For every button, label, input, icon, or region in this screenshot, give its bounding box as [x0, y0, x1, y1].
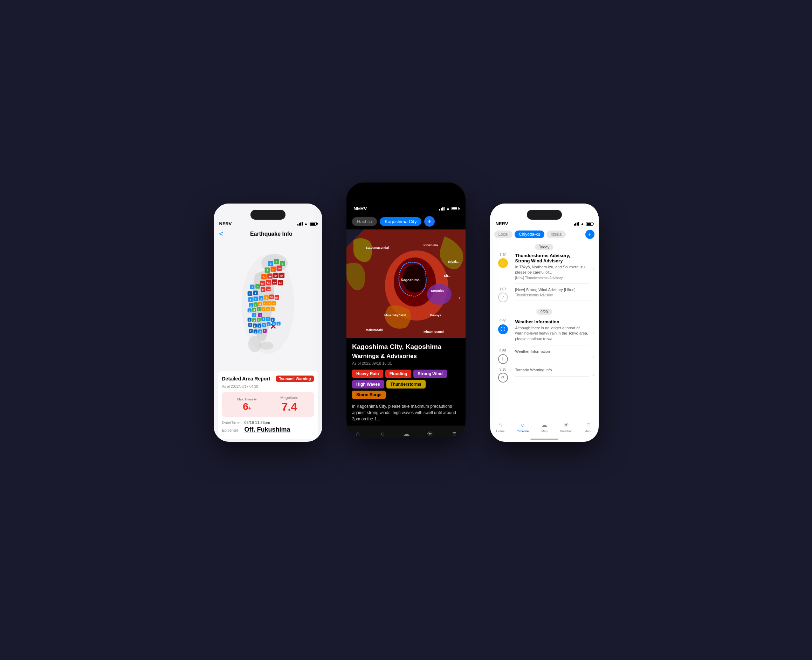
svg-text:5+: 5+: [261, 288, 265, 292]
tab-iizuka[interactable]: Iizuka: [547, 230, 566, 238]
tag-heavy-rain: Heavy Rain: [352, 370, 383, 378]
add-location-button[interactable]: +: [585, 230, 595, 239]
add-city-button[interactable]: +: [424, 216, 435, 227]
weather-icon-right: ☀: [563, 421, 569, 429]
svg-text:2: 2: [259, 324, 260, 328]
nav-home-center[interactable]: ⌂ Home: [353, 430, 363, 439]
nav-map-center[interactable]: ☁ Map: [403, 430, 410, 438]
app-name-right: NERV: [496, 221, 508, 226]
home-icon-center: ⌂: [356, 430, 360, 438]
svg-text:2: 2: [249, 319, 250, 322]
as-of-center: As of 2022/09/18 16:31: [352, 361, 460, 365]
svg-text:3: 3: [258, 319, 259, 322]
svg-text:6+: 6+: [273, 281, 276, 284]
tab-chiyodaku[interactable]: Chiyoda-ku: [515, 230, 544, 238]
svg-text:3: 3: [268, 323, 269, 326]
svg-text:2: 2: [255, 330, 256, 333]
nav-weather-center[interactable]: ☀ Weather: [423, 430, 436, 438]
nav-map-label-right: Map: [541, 430, 547, 433]
date-chip-920: 9/20: [536, 309, 552, 315]
phone-right: NERV ▲ Local Chiyoda-ku Iizuka +: [490, 203, 599, 442]
svg-text:Minamikyūshū: Minamikyūshū: [384, 314, 406, 317]
svg-text:2: 2: [272, 319, 273, 322]
warning-tags: Heavy Rain Flooding Strong Wind High Wav…: [352, 370, 460, 399]
svg-text:›: ›: [458, 295, 460, 301]
svg-text:5+: 5+: [275, 297, 279, 300]
app-name-center: NERV: [354, 206, 367, 211]
max-intensity-plus: +: [248, 405, 251, 411]
map-svg: Satsumasendai Kirishima Miyak... Kagoshi…: [346, 230, 466, 338]
svg-text:3: 3: [251, 286, 252, 289]
timeline-item-2[interactable]: 1:07 ✓ [New] Strong Wind Advisory [Lifte…: [494, 287, 595, 302]
timeline-item-3[interactable]: 9:56 ⓘ Weather Information Although ther…: [494, 319, 595, 346]
svg-text:5+: 5+: [278, 267, 281, 270]
timeline-title-3: Weather Information: [515, 319, 589, 324]
nav-menu-center[interactable]: ≡ Menu: [450, 430, 459, 439]
nav-map-right[interactable]: ☁ Map: [541, 421, 547, 433]
warnings-title: Warnings & Advisories: [352, 353, 460, 360]
max-intensity-value: 6: [243, 402, 248, 412]
chevron-icon-4: ›: [593, 354, 595, 359]
magnitude-value: 7.4: [282, 400, 297, 413]
info-icon-blue: ⓘ: [498, 324, 508, 334]
kagoshima-map: Satsumasendai Kirishima Miyak... Kagoshi…: [346, 230, 466, 338]
svg-text:Sh...: Sh...: [444, 274, 450, 278]
map-icon-right: ☁: [541, 421, 547, 429]
max-intensity-label: Max. Intensity: [237, 398, 257, 401]
tsunami-warning-badge: Tsunami Warning: [276, 376, 314, 382]
chevron-icon-1: ›: [593, 265, 595, 271]
magnitude-item: Magnitude 7.4: [280, 395, 298, 413]
datetime-value: 03/16 11:36pm: [244, 420, 270, 425]
signal-right: [574, 222, 579, 225]
right-header: Local Chiyoda-ku Iizuka +: [490, 228, 599, 241]
nav-weather-right[interactable]: ☀ Weather: [560, 421, 572, 433]
svg-text:Satsumasendai: Satsumasendai: [366, 246, 389, 249]
chevron-icon-5: ›: [593, 372, 595, 378]
dynamic-island-left: [251, 210, 285, 220]
svg-text:2: 2: [267, 318, 268, 321]
nav-menu-right[interactable]: ≡ Menu: [584, 421, 592, 433]
max-intensity-item: Max. Intensity 6 +: [237, 398, 257, 412]
timeline-time-5: 9:18: [500, 368, 506, 371]
check-icon: ✓: [498, 292, 508, 302]
app-scene: NERV ▲ < Earthquake Info: [203, 165, 609, 495]
timeline-icon-right: ○: [521, 421, 525, 429]
timeline-item-5[interactable]: 9:18 ⟳ Tornado Warning Info ›: [494, 368, 595, 382]
timeline-item-4[interactable]: 9:55 i Weather Information ›: [494, 349, 595, 364]
svg-text:5-: 5-: [263, 275, 265, 279]
as-of-left: As of 2022/03/17 04:30: [222, 385, 314, 389]
nav-timeline-center[interactable]: ○ Timeline: [376, 430, 389, 439]
svg-text:5+: 5+: [266, 288, 270, 291]
dynamic-island-center: [385, 191, 427, 202]
svg-text:5+: 5+: [270, 296, 273, 299]
svg-text:4: 4: [276, 260, 278, 263]
svg-text:3: 3: [263, 324, 265, 327]
timeline-title-1: Thunderstorms Advisory,Strong Wind Advis…: [515, 253, 589, 263]
status-bar-right: NERV ▲: [490, 220, 599, 228]
svg-text:Makurazaki: Makurazaki: [366, 328, 383, 332]
dynamic-island-right: [527, 210, 562, 220]
earthquake-map: ✕ 3 4 4 4 5- 5+: [214, 240, 322, 368]
warning-description: In Kagoshima City, please take maximum p…: [352, 403, 460, 422]
page-title: Earthquake Info: [226, 231, 316, 237]
back-button[interactable]: <: [219, 230, 224, 238]
svg-point-3: [248, 336, 261, 352]
status-icons-center: ▲: [439, 206, 458, 211]
tag-strong-wind: Strong Wind: [413, 370, 447, 378]
svg-text:3: 3: [270, 262, 271, 265]
svg-text:3: 3: [255, 303, 256, 306]
nav-timeline-right[interactable]: ○ Timeline: [517, 421, 529, 433]
phone-left: NERV ▲ < Earthquake Info: [214, 203, 322, 442]
wifi-right: ▲: [580, 221, 585, 226]
status-icons-left: ▲: [297, 221, 317, 226]
timeline-item-1[interactable]: 1:40 ⚡ Thunderstorms Advisory,Strong Win…: [494, 253, 595, 284]
svg-text:6+: 6+: [274, 274, 278, 277]
svg-text:Miyak...: Miyak...: [448, 260, 460, 263]
left-header: < Earthquake Info: [214, 228, 322, 240]
nav-home-right[interactable]: ⌂ Home: [496, 421, 504, 433]
tab-hachijo[interactable]: Hachijō: [352, 217, 377, 226]
tab-kagoshima[interactable]: Kagoshima City: [380, 217, 422, 226]
timeline-content: Today 1:40 ⚡ Thunderstorms Advisory,Stro…: [490, 241, 599, 418]
nav-home-label-right: Home: [496, 430, 504, 433]
tab-local[interactable]: Local: [494, 230, 513, 238]
